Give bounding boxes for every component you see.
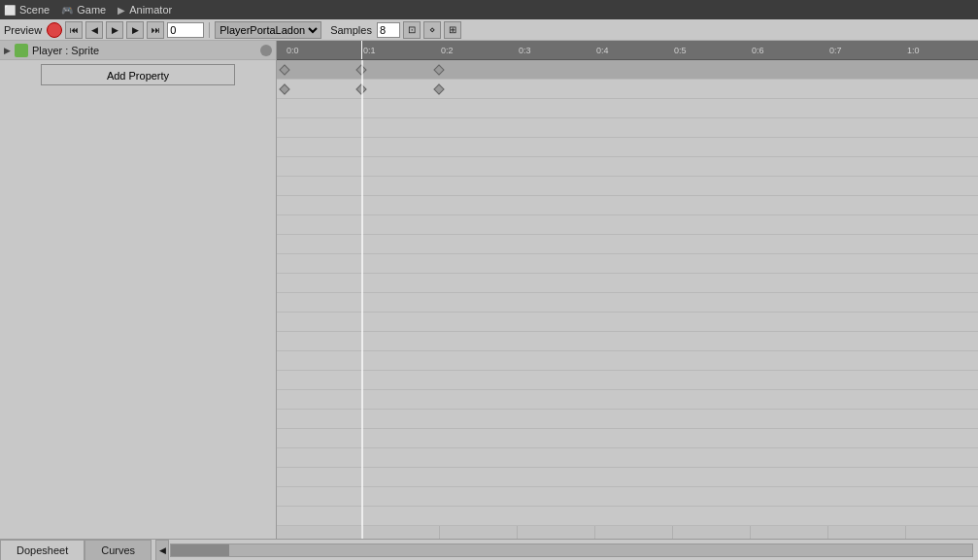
empty-row-15 — [277, 332, 978, 351]
time-marker-1: 0:1 — [361, 41, 376, 59]
property-label: Player : Sprite — [32, 45, 260, 56]
keyframe-row-2[interactable] — [277, 80, 978, 99]
keyframe-1-2[interactable] — [433, 83, 444, 94]
time-marker-2: 0:2 — [439, 41, 454, 59]
scrollbar-track[interactable] — [170, 544, 973, 557]
empty-row-9 — [277, 215, 978, 235]
sprite-icon — [15, 44, 28, 57]
snap-button[interactable]: ⋄ — [423, 21, 441, 39]
empty-row-18 — [277, 390, 978, 410]
empty-row-21 — [277, 448, 978, 468]
tab-curves[interactable]: Curves — [84, 540, 152, 561]
playhead-line — [361, 60, 363, 539]
keyframe-row-1[interactable] — [277, 60, 978, 80]
empty-row-5 — [277, 138, 978, 157]
property-row[interactable]: ▶ Player : Sprite — [0, 41, 276, 60]
prev-frame-button[interactable]: ◀ — [85, 21, 103, 39]
menu-game[interactable]: 🎮 Game — [61, 4, 106, 16]
keyframe-0-0[interactable] — [279, 64, 289, 75]
normalize-button[interactable]: ⊡ — [403, 21, 421, 39]
clip-dropdown[interactable]: PlayerPortaLadonn... — [215, 21, 321, 39]
empty-row-7 — [277, 177, 978, 196]
expand-arrow-icon: ▶ — [4, 46, 11, 55]
empty-row-16 — [277, 351, 978, 371]
toolbar: Preview ⏮ ◀ ▶ ▶ ⏭ PlayerPortaLadonn... S… — [0, 19, 978, 41]
empty-row-10 — [277, 235, 978, 254]
main-area: ▶ Player : Sprite Add Property 0:0 0:1 0… — [0, 41, 978, 539]
empty-row-20 — [277, 429, 978, 448]
keyframe-1-0[interactable] — [279, 83, 289, 94]
preview-label: Preview — [4, 24, 42, 36]
menu-game-label: Game — [77, 4, 106, 16]
playhead[interactable] — [361, 41, 362, 59]
empty-row-11 — [277, 254, 978, 274]
tab-dopesheet[interactable]: Dopesheet — [0, 540, 84, 561]
empty-row-12 — [277, 274, 978, 293]
animator-icon: ▶ — [118, 5, 125, 16]
time-marker-6: 0:6 — [750, 41, 764, 59]
time-marker-5: 0:5 — [672, 41, 687, 59]
keyframe-area[interactable] — [277, 60, 978, 539]
play-button[interactable]: ▶ — [106, 21, 123, 39]
scrollbar-area: ◀ — [152, 540, 978, 561]
empty-row-14 — [277, 313, 978, 332]
empty-row-17 — [277, 371, 978, 390]
empty-row-4 — [277, 118, 978, 138]
property-dot[interactable] — [260, 45, 272, 56]
menu-animator[interactable]: ▶ Animator — [118, 4, 172, 16]
menu-bar: ⬜ Scene 🎮 Game ▶ Animator — [0, 0, 978, 19]
empty-row-22 — [277, 468, 978, 487]
skip-forward-button[interactable]: ⏭ — [147, 21, 164, 39]
time-marker-4: 0:4 — [594, 41, 609, 59]
empty-row-23 — [277, 487, 978, 507]
keyframe-0-2[interactable] — [433, 64, 444, 75]
samples-label: Samples — [330, 24, 372, 36]
empty-row-13 — [277, 293, 978, 313]
empty-row-19 — [277, 410, 978, 429]
empty-row-8 — [277, 196, 978, 215]
empty-row-6 — [277, 157, 978, 177]
settings-button[interactable]: ⊞ — [444, 21, 461, 39]
game-icon: 🎮 — [61, 5, 73, 16]
next-frame-button[interactable]: ▶ — [126, 21, 144, 39]
scroll-left-button[interactable]: ◀ — [155, 540, 169, 561]
bottom-bar: Dopesheet Curves ◀ — [0, 539, 978, 560]
left-panel: ▶ Player : Sprite Add Property — [0, 41, 277, 539]
record-button[interactable] — [47, 22, 62, 38]
menu-scene-label: Scene — [19, 4, 50, 16]
time-marker-0: 0:0 — [285, 41, 299, 59]
scene-icon: ⬜ — [4, 5, 16, 16]
time-marker-3: 0:3 — [517, 41, 531, 59]
timeline-panel: 0:0 0:1 0:2 0:3 0:4 0:5 0:6 0:7 1:0 — [277, 41, 978, 539]
time-marker-8: 1:0 — [905, 41, 920, 59]
toolbar-separator — [209, 22, 210, 38]
menu-scene[interactable]: ⬜ Scene — [4, 4, 50, 16]
timeline-header: 0:0 0:1 0:2 0:3 0:4 0:5 0:6 0:7 1:0 — [277, 41, 978, 60]
samples-input[interactable] — [377, 22, 400, 38]
scrollbar-thumb[interactable] — [171, 544, 229, 556]
time-input[interactable] — [167, 22, 204, 38]
empty-row-3 — [277, 99, 978, 118]
menu-animator-label: Animator — [129, 4, 172, 16]
empty-row-24 — [277, 507, 978, 526]
time-marker-7: 0:7 — [827, 41, 842, 59]
add-property-button[interactable]: Add Property — [41, 64, 235, 85]
skip-back-button[interactable]: ⏮ — [65, 21, 83, 39]
